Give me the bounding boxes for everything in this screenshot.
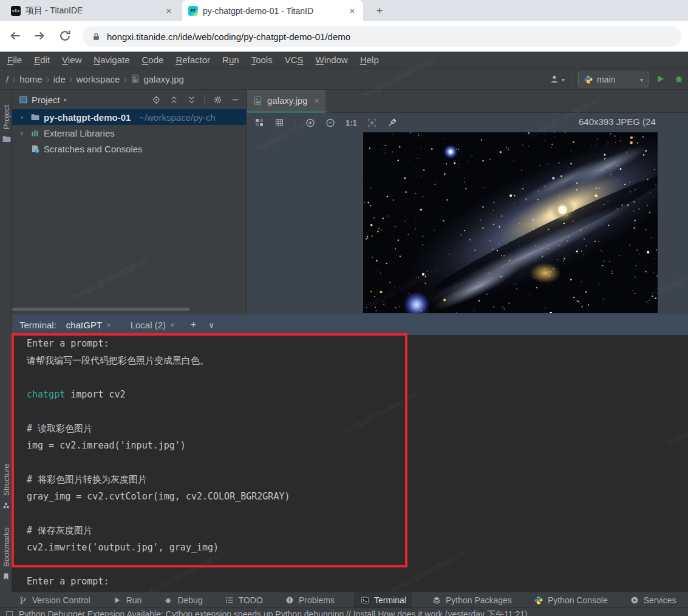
image-file-icon [131,74,140,84]
menu-item-tools[interactable]: Tools [245,55,279,65]
breadcrumb-item[interactable]: home [19,74,43,84]
tool-window-button-python-packages[interactable]: Python Packages [429,592,514,608]
fit-zoom-icon[interactable] [367,118,377,127]
expand-all-icon[interactable] [169,95,179,104]
terminal-dropdown-icon[interactable]: ∨ [203,320,221,330]
url-text[interactable]: hongxi.titanide.cn/ide/web/coding/py-cha… [107,32,350,42]
menu-item-vcs[interactable]: VCS [279,55,310,65]
horizontal-scrollbar[interactable] [12,308,189,311]
python-icon [584,75,593,84]
breadcrumb-item[interactable]: ide [53,74,66,84]
browser-tab[interactable]: <t>项目 - TitanIDE× [5,0,180,21]
menu-item-run[interactable]: Run [216,55,245,65]
breadcrumb-separator-icon: › [66,73,77,86]
browser-tab-title: 项目 - TitanIDE [26,5,159,16]
tree-item[interactable]: ›External Libraries [12,125,246,141]
project-view-icon [18,95,28,104]
project-panel-title[interactable]: Project [32,95,60,105]
menu-item-window[interactable]: Window [310,55,354,65]
tool-window-button-debug[interactable]: Debug [161,592,205,608]
run-config-selector[interactable]: main ▾ [578,72,649,87]
tool-window-button-terminal[interactable]: Terminal [354,592,412,608]
terminal-tab-local--2-[interactable]: Local (2)× [121,314,185,335]
tree-item-label: Scratches and Consoles [44,144,143,154]
editor-tab-bar: galaxy.jpg × [247,90,688,113]
chevron-right-icon[interactable]: › [17,113,27,121]
close-icon[interactable]: × [106,320,111,330]
run-config-name: main [597,75,615,84]
editor-tab-galaxy[interactable]: galaxy.jpg × [247,90,325,113]
tool-window-label: Terminal [374,595,406,605]
tool-window-button-problems[interactable]: Problems [282,592,337,608]
collapse-all-icon[interactable] [186,95,196,104]
new-tab-button[interactable]: + [372,3,387,19]
menu-item-view[interactable]: View [56,55,87,65]
transparency-checker-icon[interactable] [254,118,264,127]
menu-item-help[interactable]: Help [354,55,385,65]
zoom-out-icon[interactable] [325,118,335,127]
color-picker-icon[interactable] [387,118,397,127]
refresh-icon[interactable] [58,29,73,44]
terminal-tab-label: chatGPT [66,320,102,330]
close-icon[interactable]: × [164,7,174,15]
forward-icon[interactable] [33,29,47,44]
tree-item[interactable]: ›py-chatgpt-demo-01~/workspace/py-ch [12,109,246,125]
folder-icon [2,134,10,143]
settings-icon[interactable] [213,95,222,104]
tool-button-structure[interactable]: Structure [2,464,11,496]
notification-text[interactable]: Python Debugger Extension Available: Cyt… [19,609,528,616]
actual-size-button[interactable]: 1:1 [346,118,357,127]
tree-item[interactable]: Scratches and Consoles [12,141,246,157]
tool-button-project[interactable]: Project [2,105,11,129]
tool-window-label: Services [644,595,676,605]
terminal-line [12,508,688,525]
browser-address-bar: hongxi.titanide.cn/ide/web/coding/py-cha… [0,21,688,52]
play-icon [112,595,122,605]
terminal-line: # 保存灰度图片 [12,525,688,542]
tool-window-button-services[interactable]: Services [627,592,679,608]
chevron-down-icon[interactable]: ▾ [64,96,67,103]
user-icon[interactable] [550,74,559,84]
menu-item-refactor[interactable]: Refactor [169,55,216,65]
locate-icon[interactable] [151,95,161,104]
menu-item-code[interactable]: Code [136,55,170,65]
tool-window-button-python-console[interactable]: Python Console [531,592,610,608]
new-terminal-icon[interactable]: + [185,319,203,331]
close-icon[interactable]: × [314,96,319,106]
menu-item-navigate[interactable]: Navigate [87,55,135,65]
terminal-line: cv2.imwrite('output.jpg', gray_img) [12,542,688,559]
terminal-line: chatgpt import cv2 [12,389,688,406]
tool-window-button-run[interactable]: Run [110,592,145,608]
debug-icon[interactable] [674,74,684,84]
breadcrumb-item[interactable]: galaxy.jpg [131,74,183,84]
problems-icon [285,595,295,605]
user-caret-icon[interactable]: ▾ [562,76,565,83]
zoom-in-icon[interactable] [305,118,315,127]
close-icon[interactable]: × [347,7,357,15]
tool-window-button-todo[interactable]: TODO [222,592,265,608]
tree-item-label: py-chatgpt-demo-01 [44,112,131,123]
tool-window-button-version-control[interactable]: Version Control [16,592,93,608]
tool-button-bookmarks[interactable]: Bookmarks [2,527,11,567]
bug-icon [163,595,173,605]
menu-item-edit[interactable]: Edit [28,55,56,65]
close-icon[interactable]: × [170,320,175,330]
breadcrumb-item[interactable]: workspace [77,74,120,84]
run-icon[interactable] [656,74,666,84]
terminal-tab-chatgpt[interactable]: chatGPT× [56,314,121,335]
url-field[interactable]: hongxi.titanide.cn/ide/web/coding/py-cha… [83,26,681,47]
terminal-output[interactable]: Enter a prompt:请帮我编写一段代码把彩色照片变成黑白色。chatg… [12,335,688,592]
browser-tab[interactable]: PCpy-chatgpt-demo-01 - TitanID× [182,0,363,21]
branch-icon [18,595,28,605]
menu-item-file[interactable]: File [1,55,28,65]
terminal-icon [360,595,370,605]
tree-item-path: ~/workspace/py-ch [139,112,215,123]
event-log-icon [6,611,13,616]
grid-icon[interactable] [274,118,284,127]
hide-icon[interactable] [230,95,240,104]
back-icon[interactable] [9,29,23,44]
terminal-panel-label: Terminal: [19,320,56,330]
chevron-right-icon[interactable]: › [17,129,27,137]
notification-line[interactable]: Python Debugger Extension Available: Cyt… [0,608,688,616]
image-file-icon [253,96,263,106]
